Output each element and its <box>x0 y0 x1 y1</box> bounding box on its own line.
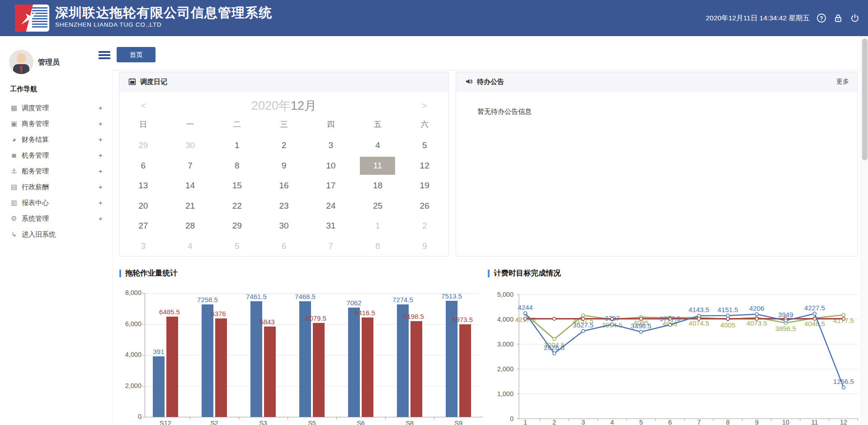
x-axis-category-label: S12 <box>145 420 186 425</box>
sidebar-item-dispatch[interactable]: ▦调度管理+ <box>0 100 112 116</box>
red-series-bar <box>166 317 178 417</box>
sidebar-item-payroll[interactable]: ▤行政薪酬+ <box>0 179 112 195</box>
calendar-day[interactable]: 18 <box>354 176 401 196</box>
more-link[interactable]: 更多 <box>836 72 849 91</box>
calendar-day[interactable]: 21 <box>167 196 214 216</box>
calendar-day[interactable]: 2 <box>401 216 448 236</box>
x-axis-tick-mark <box>239 417 239 420</box>
calendar-day[interactable]: 30 <box>167 135 214 156</box>
blue-series-value-label: 4227.5 <box>804 304 825 312</box>
calendar-day[interactable]: 4 <box>167 236 214 257</box>
calendar-day[interactable]: 1 <box>213 135 260 156</box>
calendar-day[interactable]: 6 <box>260 236 307 257</box>
calendar-day[interactable]: 3 <box>120 236 167 257</box>
legacy-icon: ↳ <box>10 226 18 242</box>
calendar-day[interactable]: 25 <box>354 196 401 216</box>
menu-toggle-icon[interactable] <box>99 51 110 60</box>
calendar-day[interactable]: 9 <box>260 156 307 176</box>
target-red-series-data-point <box>726 317 730 320</box>
sidebar-item-equipment[interactable]: ◙机务管理+ <box>0 147 112 163</box>
calendar-day[interactable]: 1 <box>354 216 401 236</box>
calendar-week-row: 20212223242526 <box>120 196 448 216</box>
calendar-day[interactable]: 16 <box>260 176 307 196</box>
sidebar-item-system[interactable]: ⚙系统管理+ <box>0 210 112 226</box>
calendar-day[interactable]: 24 <box>307 196 354 216</box>
calendar-day[interactable]: 22 <box>213 196 260 216</box>
green-series-value-label: 3856.5 <box>775 325 796 332</box>
y-axis-tick-label: 4,000 <box>497 316 514 323</box>
calendar-day[interactable]: 27 <box>120 216 167 236</box>
sidebar-item-label: 机务管理 <box>22 147 49 163</box>
blue-series-data-point <box>640 330 643 333</box>
calendar-day[interactable]: 8 <box>354 236 401 257</box>
red-series-value-label: 6416.5 <box>344 309 385 317</box>
blue-series-value-label: 3777.5 <box>660 315 680 322</box>
green-series-value-label: 4005 <box>720 321 735 329</box>
y-axis-tick-label: 2,000 <box>120 382 142 389</box>
blue-series-value-label: 4206 <box>749 304 764 312</box>
expand-plus-icon: + <box>99 116 103 131</box>
calendar-day[interactable]: 26 <box>401 196 448 216</box>
sidebar-item-report[interactable]: ▥报表中心+ <box>0 195 112 210</box>
calendar-day[interactable]: 6 <box>120 156 167 176</box>
blue-series-value-label: 2626.5 <box>544 344 565 351</box>
y-axis-tick-label: 6,000 <box>120 320 142 327</box>
calendar-next-button[interactable]: > <box>415 98 434 114</box>
calendar-day[interactable]: 3 <box>307 135 354 156</box>
avatar[interactable] <box>9 50 33 74</box>
scrollbar-thumb[interactable] <box>862 38 868 160</box>
calendar-day[interactable]: 23 <box>260 196 307 216</box>
calendar-day-number: 7 <box>313 237 349 255</box>
calendar-day[interactable]: 28 <box>167 216 214 236</box>
calendar-day[interactable]: 8 <box>213 156 260 176</box>
calendar-day[interactable]: 4 <box>354 135 401 156</box>
calendar-day[interactable]: 20 <box>120 196 167 216</box>
calendar-day[interactable]: 13 <box>120 176 167 196</box>
sidebar-item-label: 商务管理 <box>22 116 49 131</box>
calendar-day[interactable]: 19 <box>401 176 448 196</box>
payroll-icon: ▤ <box>10 179 18 195</box>
sidebar-item-business[interactable]: ▣商务管理+ <box>0 116 112 131</box>
calendar-day[interactable]: 30 <box>260 216 307 236</box>
calendar-day[interactable]: 5 <box>213 236 260 257</box>
tug-workload-chart-section: 拖轮作业量统计 8,0006,0004,0002,00003917258.574… <box>119 266 481 425</box>
calendar-day[interactable]: 7 <box>167 156 214 176</box>
calendar-day[interactable]: 29 <box>213 216 260 236</box>
calendar-day[interactable]: 9 <box>401 236 448 257</box>
calendar-day[interactable]: 11 <box>354 156 401 176</box>
target-red-series-data-point <box>640 317 643 320</box>
calendar-day[interactable]: 12 <box>401 156 448 176</box>
calendar-day-number: 23 <box>266 197 302 215</box>
x-axis-tick-mark <box>385 417 386 420</box>
tab-home[interactable]: 首页 <box>117 47 156 62</box>
calendar-day[interactable]: 29 <box>120 135 167 156</box>
calendar-day[interactable]: 15 <box>213 176 260 196</box>
blue-series-value-label: 7274.5 <box>382 296 423 304</box>
red-series-bar <box>264 327 276 417</box>
calendar-day[interactable]: 2 <box>260 135 307 156</box>
vertical-scrollbar[interactable] <box>861 36 868 425</box>
sidebar-item-ship[interactable]: ⚓船务管理+ <box>0 163 112 179</box>
blue-series-bar <box>202 304 213 417</box>
calendar-week-row: 3456789 <box>120 236 448 257</box>
dispatch-diary-title: 调度日记 <box>140 72 167 91</box>
target-red-series-data-point <box>582 317 585 320</box>
power-icon[interactable] <box>850 13 860 23</box>
announcements-header: 待办公告 更多 <box>456 72 857 91</box>
calendar-day[interactable]: 5 <box>401 135 448 156</box>
sidebar-item-finance[interactable]: ◕财务结算+ <box>0 131 112 147</box>
sidebar-item-legacy[interactable]: ↳进入旧系统 <box>0 226 112 242</box>
blue-series-value-label: 7513.5 <box>431 292 472 300</box>
calendar-day[interactable]: 14 <box>167 176 214 196</box>
blue-series-bar <box>153 356 165 417</box>
help-icon[interactable]: ? <box>816 13 826 23</box>
bar-chart-plot: 8,0006,0004,0002,00003917258.57461.57468… <box>119 266 481 425</box>
calendar-day-number: 31 <box>313 217 349 235</box>
calendar-day[interactable]: 17 <box>307 176 354 196</box>
calendar-day[interactable]: 10 <box>307 156 354 176</box>
calendar-day[interactable]: 31 <box>307 216 354 236</box>
blue-series-data-point <box>784 319 788 322</box>
calendar-day[interactable]: 7 <box>307 236 354 257</box>
lock-icon[interactable] <box>833 13 843 23</box>
calendar-day-number: 6 <box>126 157 161 175</box>
